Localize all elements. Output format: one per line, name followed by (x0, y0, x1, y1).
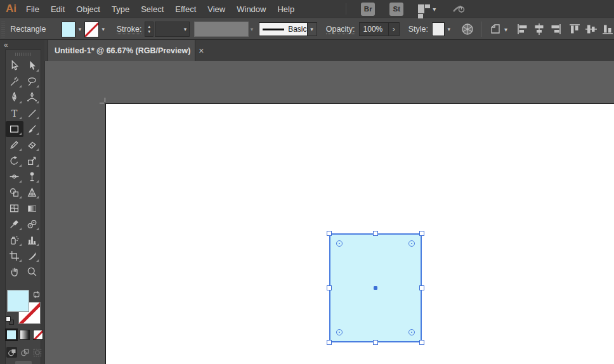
stroke-chevron-down-icon[interactable]: ▾ (99, 26, 108, 32)
tool-blend[interactable] (23, 216, 41, 232)
align-left-icon[interactable] (516, 23, 529, 36)
corner-radius-widget[interactable] (336, 329, 343, 335)
tool-selection[interactable] (6, 58, 23, 74)
color-mode-button[interactable] (6, 330, 16, 340)
workspace-chevron-down-icon[interactable]: ▾ (433, 6, 436, 13)
toolbar-collapse-button[interactable]: « (4, 41, 8, 49)
control-bar-grip[interactable] (1, 21, 5, 37)
tool-zoom[interactable] (23, 264, 41, 280)
tool-magic-wand[interactable] (6, 74, 23, 89)
corner-radius-widget[interactable] (336, 240, 343, 247)
fill-proxy-swatch[interactable] (7, 290, 29, 312)
handle-top-left[interactable] (327, 231, 332, 236)
brush-chevron-down-icon[interactable]: ▾ (308, 22, 317, 36)
tool-direct-selection[interactable] (23, 58, 41, 74)
tool-pencil[interactable] (6, 137, 23, 153)
tool-artboard[interactable] (6, 248, 23, 264)
menu-help[interactable]: Help (271, 0, 300, 18)
handle-bottom-right[interactable] (419, 340, 424, 345)
handle-top-center[interactable] (373, 231, 378, 236)
align-vcenter-icon[interactable] (585, 23, 598, 36)
tool-curvature[interactable] (23, 89, 41, 105)
align-top-icon[interactable] (568, 23, 581, 36)
opacity-flyout-icon[interactable]: › (388, 23, 399, 36)
menu-effect[interactable]: Effect (169, 0, 202, 18)
stroke-weight-dropdown[interactable]: ▾ (155, 22, 190, 37)
menu-view[interactable]: View (202, 0, 231, 18)
stroke-label[interactable]: Stroke: (117, 25, 142, 34)
stepper-down-icon[interactable]: ▾ (148, 29, 150, 34)
gradient-mode-button[interactable] (20, 330, 30, 340)
style-chevron-down-icon[interactable]: ▾ (445, 26, 454, 32)
stock-button[interactable]: St (389, 3, 403, 16)
recolor-artwork-icon[interactable] (461, 23, 474, 36)
menu-window[interactable]: Window (231, 0, 271, 18)
width-profile-dropdown (194, 22, 248, 37)
tool-line-segment[interactable] (23, 105, 41, 121)
handle-middle-left[interactable] (327, 285, 332, 290)
none-mode-button[interactable] (33, 330, 43, 340)
tool-hand[interactable] (6, 264, 23, 280)
screen-mode-button[interactable] (15, 361, 32, 364)
tool-eraser[interactable] (23, 137, 41, 153)
tool-gradient[interactable] (23, 200, 41, 216)
fill-chevron-down-icon[interactable]: ▾ (75, 26, 84, 32)
stroke-weight-stepper[interactable]: ▴ ▾ (145, 22, 154, 37)
draw-normal-button[interactable] (6, 347, 17, 358)
opacity-label[interactable]: Opacity: (326, 25, 355, 34)
tool-mesh[interactable] (6, 200, 23, 216)
tool-scale[interactable] (23, 153, 41, 169)
tool-eyedropper[interactable] (6, 216, 23, 232)
opacity-value[interactable]: 100% (360, 25, 388, 34)
fill-color-swatch[interactable] (62, 22, 75, 37)
tool-lasso[interactable] (23, 74, 41, 89)
menu-edit[interactable]: Edit (45, 0, 70, 18)
tool-shape-builder[interactable] (6, 185, 23, 200)
workspace-layout-icon[interactable] (418, 4, 430, 13)
selected-rectangle[interactable] (329, 233, 422, 342)
handle-middle-right[interactable] (419, 285, 424, 290)
brush-definition-dropdown[interactable]: Basic (259, 22, 307, 36)
stroke-color-swatch[interactable] (84, 22, 98, 37)
tool-type[interactable]: T (6, 105, 23, 121)
shape-menu-icon[interactable] (489, 23, 502, 36)
tool-column-graph[interactable] (23, 232, 41, 248)
document-title: Untitled-1* @ 66.67% (RGB/Preview) (55, 46, 190, 55)
menu-type[interactable]: Type (106, 0, 135, 18)
canvas-pasteboard[interactable] (44, 61, 614, 364)
tool-slice[interactable] (23, 248, 41, 264)
align-center-icon[interactable] (533, 23, 545, 36)
tab-close-icon[interactable]: × (199, 46, 204, 56)
swap-fill-stroke-icon[interactable] (32, 290, 41, 301)
tool-rotate[interactable] (6, 153, 23, 169)
draw-inside-button[interactable] (32, 347, 42, 358)
tool-puppet-warp[interactable] (23, 169, 41, 185)
handle-bottom-left[interactable] (327, 340, 332, 345)
menu-object[interactable]: Object (70, 0, 106, 18)
graphic-style-swatch[interactable] (432, 22, 445, 36)
draw-behind-button[interactable] (19, 347, 30, 358)
gpu-performance-icon[interactable] (452, 3, 465, 15)
opacity-field[interactable]: 100% › (359, 22, 400, 36)
stepper-up-icon[interactable]: ▴ (148, 24, 150, 29)
tool-perspective-grid[interactable] (23, 185, 41, 200)
document-tab[interactable]: Untitled-1* @ 66.67% (RGB/Preview) × (48, 40, 195, 61)
object-center-point[interactable] (374, 286, 377, 290)
align-bottom-icon[interactable] (601, 23, 614, 36)
handle-top-right[interactable] (419, 231, 424, 236)
align-right-icon[interactable] (549, 23, 562, 36)
tool-rectangle[interactable] (6, 121, 23, 137)
bridge-button[interactable]: Br (361, 3, 375, 16)
tool-paintbrush[interactable] (23, 121, 41, 137)
menu-file[interactable]: File (20, 0, 45, 18)
tools-panel-grip[interactable] (15, 53, 32, 56)
menu-select[interactable]: Select (135, 0, 169, 18)
corner-radius-widget[interactable] (408, 240, 415, 247)
default-fill-stroke-icon[interactable] (6, 316, 14, 325)
tool-symbol-sprayer[interactable] (6, 232, 23, 248)
handle-bottom-center[interactable] (373, 340, 378, 345)
corner-radius-widget[interactable] (408, 329, 415, 335)
tool-width[interactable] (6, 169, 23, 185)
tool-pen[interactable] (6, 89, 23, 105)
shape-menu-chevron-icon[interactable]: ▾ (504, 26, 507, 33)
